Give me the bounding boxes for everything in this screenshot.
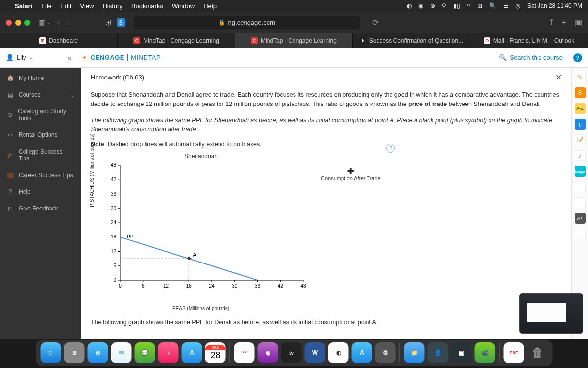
nav-icon: ⊙	[7, 111, 13, 118]
menu-help[interactable]: Help	[203, 2, 217, 10]
rail-az-icon[interactable]: A-Z	[575, 103, 586, 114]
rail-highlighter-icon[interactable]: ✎	[575, 72, 586, 82]
browser-tab[interactable]: ⊞ Dashboard	[0, 33, 118, 48]
dock-folder-icon[interactable]: 📁	[404, 342, 425, 363]
graph-tool-consumption[interactable]: ✚ Consumption After Trade	[321, 167, 381, 181]
svg-text:48: 48	[300, 283, 306, 289]
bluetooth-icon[interactable]: ⚲	[442, 2, 446, 9]
control-icon[interactable]: ⚌	[503, 2, 509, 9]
browser-tab[interactable]: O Mail - Francis, Lily M. - Outlook	[470, 33, 588, 48]
back-button[interactable]: ‹	[57, 18, 60, 27]
search-course-button[interactable]: 🔍 Search this course	[499, 54, 563, 61]
dock-appstore-icon[interactable]: A	[182, 342, 202, 363]
dock-podcasts-icon[interactable]: ◉	[258, 342, 278, 363]
share-button[interactable]: ⤴	[549, 18, 553, 27]
dock-safari-icon[interactable]: ◎	[88, 342, 108, 363]
spotlight-icon[interactable]: 🔍	[489, 2, 496, 9]
url-text: ng.cengage.com	[228, 19, 275, 26]
svg-text:0: 0	[113, 277, 116, 283]
picture-in-picture-thumbnail[interactable]	[519, 293, 583, 334]
dock-music-icon[interactable]: ♪	[158, 342, 179, 363]
rail-circle-icon[interactable]: ◯	[575, 229, 586, 239]
sidebar-item-give-feedback[interactable]: ⊡Give Feedback	[0, 200, 81, 217]
sidebar-item-help[interactable]: ?Help	[0, 184, 81, 200]
new-tab-button[interactable]: ＋	[560, 17, 568, 27]
sidebar-item-my-home[interactable]: 🏠My Home	[0, 70, 81, 86]
rail-drive-icon[interactable]: ▲	[575, 197, 586, 208]
nav-icon: ?	[7, 188, 14, 195]
menu-view[interactable]: View	[80, 2, 94, 10]
dock-word-icon[interactable]: W	[305, 342, 325, 363]
minimize-window-button[interactable]	[15, 20, 21, 26]
sidebar-item-catalog-and-study-tools[interactable]: ⊙Catalog and Study Tools	[0, 103, 81, 127]
clock[interactable]: Sat Jan 28 11:40 PM	[527, 2, 582, 9]
rail-cloud-icon[interactable]: ☁	[575, 182, 586, 192]
svg-text:PPF: PPF	[127, 234, 136, 239]
status-icon[interactable]: ⊚	[430, 2, 435, 9]
fullscreen-window-button[interactable]	[24, 20, 30, 26]
menu-bookmarks[interactable]: Bookmarks	[131, 2, 163, 10]
rail-audio-icon[interactable]: ♪	[575, 150, 586, 161]
help-button[interactable]: ?	[573, 53, 582, 62]
tabs-overview-button[interactable]: ▣	[575, 18, 582, 27]
sidebar-item-college-success-tips[interactable]: 🎓College Success Tips	[0, 143, 81, 167]
browser-tab[interactable]: C MindTap - Cengage Learning	[118, 33, 235, 48]
browser-tab[interactable]: b Success Confirmation of Question...	[353, 33, 470, 48]
sidebar-item-rental-options[interactable]: ▭Rental Options	[0, 127, 81, 143]
svg-text:6: 6	[113, 263, 116, 268]
address-bar[interactable]: 🔒 ng.cengage.com	[134, 16, 360, 29]
browser-tab-active[interactable]: C MindTap - Cengage Learning	[235, 33, 353, 48]
menu-edit[interactable]: Edit	[60, 2, 71, 10]
dock-freeform-icon[interactable]: 〰	[234, 342, 255, 363]
dock-facetime-icon[interactable]: 📹	[475, 342, 495, 363]
menu-window[interactable]: Window	[172, 2, 195, 10]
dock-screenshot-icon[interactable]: ▣	[451, 342, 472, 363]
rail-aplus-icon[interactable]: A+	[575, 213, 586, 224]
battery-icon[interactable]: ▮▯	[453, 2, 460, 9]
sidebar-item-career-success-tips[interactable]: 💼Career Success Tips	[0, 167, 81, 184]
user-menu[interactable]: 👤 Lily ⌄	[6, 54, 33, 61]
reload-button[interactable]: ⟳	[372, 18, 379, 27]
dock-tv-icon[interactable]: tv	[281, 342, 302, 363]
app-header: 👤 Lily ⌄ « ✦ CENGAGE MINDTAP 🔍 Search th…	[0, 48, 588, 68]
menubar-app[interactable]: Safari	[15, 2, 32, 10]
extension-icon[interactable]: S	[117, 18, 125, 27]
sidebar-item-courses[interactable]: ▤Courses⌄	[0, 86, 81, 103]
dock-photo-icon[interactable]: 👤	[428, 342, 448, 363]
dock-messages-icon[interactable]: 💬	[135, 342, 155, 363]
siri-icon[interactable]: ◎	[515, 2, 520, 9]
wifi-icon[interactable]: ⌔	[467, 2, 470, 9]
control-center-icon[interactable]: ⊞	[477, 2, 482, 9]
dock-launchpad-icon[interactable]: ⊞	[64, 342, 85, 363]
collapse-sidebar-button[interactable]: «	[68, 54, 72, 62]
close-window-button[interactable]	[6, 20, 12, 26]
menu-file[interactable]: File	[41, 2, 51, 10]
privacy-shield-icon[interactable]: ⛨	[105, 18, 113, 27]
status-icon[interactable]: ◐	[407, 2, 412, 9]
svg-text:48: 48	[111, 162, 117, 168]
graph-help-button[interactable]: ?	[386, 144, 395, 153]
rail-rss-icon[interactable]: ⦿	[575, 87, 586, 98]
status-icon[interactable]: ◉	[418, 2, 423, 9]
svg-text:18: 18	[186, 283, 192, 289]
rail-flashcards-icon[interactable]: ▯	[575, 119, 586, 130]
sidebar-toggle-button[interactable]: ▥ ⌄	[38, 18, 50, 27]
rail-notes-icon[interactable]: 📝	[575, 134, 586, 145]
dock-settings-icon[interactable]: ⚙	[375, 342, 396, 363]
tab-favicon: C	[133, 37, 140, 44]
dock-mail-icon[interactable]: ✉	[111, 342, 132, 363]
dock-trash-icon[interactable]: 🗑	[527, 342, 548, 363]
dock-finder-icon[interactable]: ☺	[41, 342, 61, 363]
forward-button[interactable]: ›	[66, 18, 68, 27]
chart-svg[interactable]: 06121824303642480612182430364248PPF✦A	[96, 162, 306, 295]
left-nav: 🏠My Home▤Courses⌄⊙Catalog and Study Tool…	[0, 68, 81, 339]
menu-history[interactable]: History	[102, 2, 122, 10]
rail-bongo-icon[interactable]: bongo	[575, 166, 586, 177]
close-button[interactable]: ✕	[555, 73, 562, 82]
dock-pdf-icon[interactable]: PDF	[504, 342, 524, 363]
chart-ppf[interactable]: 06121824303642480612182430364248PPF✦A PI…	[96, 162, 306, 305]
svg-text:18: 18	[111, 234, 117, 239]
dock-appstore2-icon[interactable]: A	[352, 342, 372, 363]
dock-calendar-icon[interactable]: JAN 28	[205, 342, 226, 363]
dock-chrome-icon[interactable]: ◐	[328, 342, 349, 363]
